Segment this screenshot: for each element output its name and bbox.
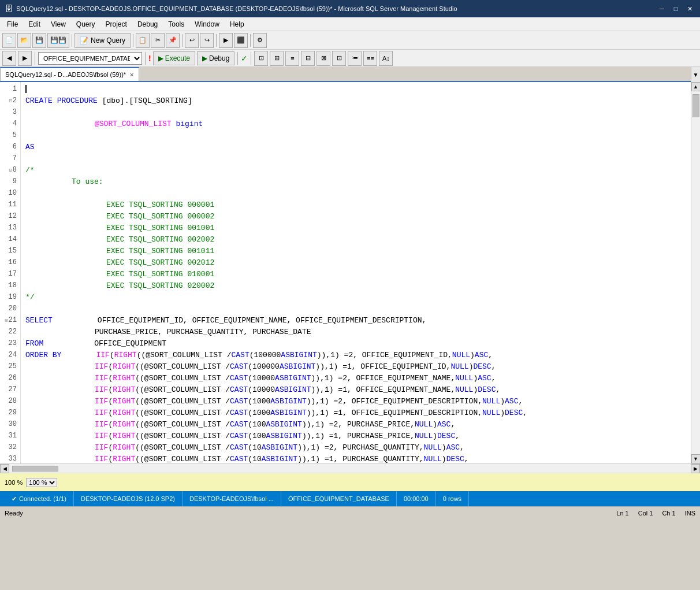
options-btn[interactable]: ⚙ (253, 33, 267, 48)
scroll-up-btn[interactable]: ▲ (691, 82, 701, 91)
save-btn[interactable]: 💾 (32, 33, 46, 48)
scroll-track[interactable] (692, 91, 700, 454)
rows-info: 0 rows (436, 491, 469, 506)
code-editor[interactable]: CREATE PROCEDURE [dbo].[TSQL_SORTING] @S… (21, 82, 691, 463)
database-selector[interactable]: OFFICE_EQUIPMENT_DATAB... (38, 52, 142, 65)
code-line-23: FROMOFFICE_EQUIPMENT (25, 337, 686, 349)
info-bar: 100 % 100 % (0, 473, 700, 491)
menu-project[interactable]: Project (101, 19, 132, 29)
code-line-22: PURCHASE_PRICE, PURCHASE_QUANTITY, PURCH… (25, 326, 686, 337)
t6[interactable]: ⊡ (332, 51, 346, 66)
t7[interactable]: ≔ (348, 51, 362, 66)
minimize-button[interactable]: ─ (656, 4, 668, 13)
fwd-btn[interactable]: ▶ (18, 51, 32, 66)
menu-query[interactable]: Query (72, 19, 100, 29)
window-title: SQLQuery12.sql - DESKTOP-EADEOJS.OFFICE_… (16, 5, 457, 12)
sep6 (35, 52, 35, 65)
code-line-12: EXEC TSQL_SORTING 000002 (25, 210, 686, 222)
line-num-3: 3 (0, 106, 20, 118)
t9[interactable]: A↕ (379, 51, 393, 66)
new-query-button[interactable]: 📝 New Query (75, 33, 131, 48)
tab-scroll-button[interactable]: ▼ (691, 67, 700, 82)
t2[interactable]: ⊞ (270, 51, 284, 66)
t4[interactable]: ⊟ (301, 51, 315, 66)
sep2 (133, 34, 133, 47)
menu-view[interactable]: View (46, 19, 70, 29)
debug-button[interactable]: ▶ Debug (197, 51, 234, 65)
sep5 (250, 34, 251, 47)
code-line-17: EXEC TSQL_SORTING 010001 (25, 268, 686, 280)
maximize-button[interactable]: □ (670, 4, 682, 13)
t3[interactable]: ≡ (285, 51, 299, 66)
code-line-2: CREATE PROCEDURE [dbo].[TSQL_SORTING] (25, 95, 686, 106)
close-button[interactable]: ✕ (684, 4, 695, 13)
new-file-btn[interactable]: 📄 (2, 33, 16, 48)
t1[interactable]: ⊡ (254, 51, 268, 66)
status-bar: ✔ Connected. (1/1) DESKTOP-EADEOJS (12.0… (0, 491, 700, 506)
code-line-20 (25, 303, 686, 314)
code-line-27: IIF(RIGHT((@SORT_COLUMN_LIST / CAST(1000… (25, 384, 686, 395)
line-num-31: 31 (0, 430, 20, 441)
line-num-28: 28 (0, 395, 20, 407)
line-num-25: 25 (0, 361, 20, 372)
scroll-left-btn[interactable]: ◀ (0, 464, 9, 473)
execute-button[interactable]: ▶ Execute (153, 51, 195, 65)
undo-btn[interactable]: ↩ (185, 33, 199, 48)
cut-btn[interactable]: ✂ (151, 33, 165, 48)
query-tab[interactable]: SQLQuery12.sql - D...ADEOJS\fbsol (59))*… (0, 67, 139, 81)
tab-close-btn[interactable]: ✕ (129, 72, 134, 78)
back-btn[interactable]: ◀ (2, 51, 16, 66)
line-num-13: 13 (0, 222, 20, 233)
debug-icon: ▶ (202, 54, 207, 62)
zoom-select[interactable]: 100 % (26, 478, 57, 487)
vertical-scrollbar[interactable]: ▲ ▼ (691, 82, 700, 463)
horizontal-scrollbar[interactable]: ◀ ▶ (0, 463, 700, 473)
user-label: DESKTOP-EADEOJS\fbsol ... (189, 495, 274, 502)
code-line-1 (25, 83, 686, 95)
title-bar: 🗄 SQLQuery12.sql - DESKTOP-EADEOJS.OFFIC… (0, 0, 700, 17)
user-info: DESKTOP-EADEOJS\fbsol ... (183, 491, 281, 506)
code-line-4: @SORT_COLUMN_LIST bigint (25, 118, 686, 129)
connected-status: ✔ Connected. (1/1) (5, 491, 74, 506)
stop-btn[interactable]: ⬛ (234, 33, 248, 48)
code-line-19: */ (25, 291, 686, 303)
sep1 (72, 34, 72, 47)
scroll-down-btn[interactable]: ▼ (691, 454, 701, 463)
app-icon: 🗄 (5, 4, 13, 13)
line-num-22: 22 (0, 326, 20, 337)
code-line-26: IIF(RIGHT((@SORT_COLUMN_LIST / CAST(1000… (25, 372, 686, 384)
ins-info: INS (685, 510, 695, 517)
new-query-label: New Query (91, 36, 125, 44)
menu-debug[interactable]: Debug (133, 19, 162, 29)
run-btn[interactable]: ▶ (219, 33, 233, 48)
paste-btn[interactable]: 📌 (166, 33, 180, 48)
open-btn[interactable]: 📂 (17, 33, 31, 48)
code-line-10 (25, 187, 686, 199)
t5[interactable]: ⊠ (317, 51, 330, 66)
copy-btn[interactable]: 📋 (136, 33, 150, 48)
execute-label: Execute (165, 54, 190, 62)
code-line-24: ORDER BY IIF(RIGHT((@SORT_COLUMN_LIST / … (25, 349, 686, 361)
menu-window[interactable]: Window (190, 19, 224, 29)
line-num-4: 4 (0, 118, 20, 129)
debug-label: Debug (209, 54, 229, 62)
parse-label: ✓ (241, 54, 248, 63)
rows-label: 0 rows (443, 495, 461, 502)
redo-btn[interactable]: ↪ (200, 33, 214, 48)
connection-icon: ✔ (12, 495, 17, 503)
h-scroll-thumb[interactable] (12, 466, 58, 472)
scroll-thumb[interactable] (692, 94, 699, 117)
menu-edit[interactable]: Edit (24, 19, 45, 29)
t8[interactable]: ≡≡ (363, 51, 377, 66)
scroll-right-btn[interactable]: ▶ (691, 464, 700, 473)
sep7 (145, 52, 146, 65)
menu-help[interactable]: Help (225, 19, 249, 29)
menu-bar: File Edit View Query Project Debug Tools… (0, 17, 700, 31)
save-all-btn[interactable]: 💾💾 (47, 33, 69, 48)
code-line-21: SELECT OFFICE_EQUIPMENT_ID, OFFICE_EQUIP… (25, 314, 686, 326)
line-num-9: 9 (0, 176, 20, 187)
menu-file[interactable]: File (2, 19, 23, 29)
code-line-14: EXEC TSQL_SORTING 002002 (25, 233, 686, 245)
h-scroll-track[interactable] (9, 465, 691, 472)
menu-tools[interactable]: Tools (163, 19, 189, 29)
